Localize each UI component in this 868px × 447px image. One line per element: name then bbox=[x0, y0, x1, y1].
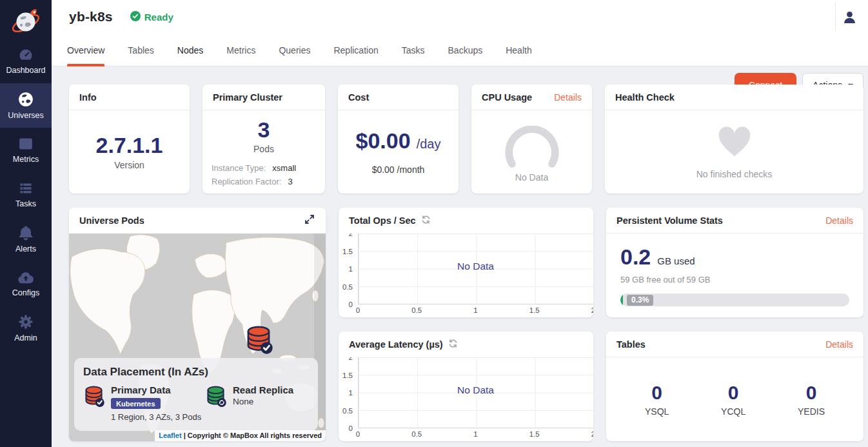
total-ops-x-axis: 0 0.5 1 1.5 2 bbox=[358, 306, 593, 316]
user-icon bbox=[842, 17, 858, 27]
replication-factor-label: Replication Factor: bbox=[212, 177, 281, 186]
primary-region-marker[interactable] bbox=[244, 324, 273, 357]
ycql-count: 0 bbox=[721, 382, 745, 404]
yugabyte-logo bbox=[0, 0, 52, 39]
main-area: yb-k8s Ready bbox=[52, 0, 868, 447]
card-title: Universe Pods bbox=[79, 215, 144, 226]
primary-cluster-card: Primary Cluster 3 Pods Instance Type: xs… bbox=[202, 84, 325, 194]
provider-badge: Kubernetes bbox=[111, 398, 161, 409]
y-tick: 1.5 bbox=[342, 248, 353, 255]
status-label: Ready bbox=[144, 12, 173, 23]
summary-cards-row: Info 2.7.1.1 Version Primary Cluster 3 P… bbox=[69, 84, 863, 194]
cpu-usage-card: CPU Usage Details No Data bbox=[471, 84, 592, 194]
user-profile-button[interactable] bbox=[840, 8, 859, 28]
sidebar-nav: Dashboard Universes bbox=[0, 39, 52, 350]
card-title: Primary Cluster bbox=[213, 92, 282, 103]
metrics-chart-icon bbox=[17, 136, 34, 152]
placement-summary: 1 Region, 3 AZs, 3 Pods bbox=[111, 412, 201, 422]
sidebar-item-dashboard[interactable]: Dashboard bbox=[0, 39, 52, 83]
x-tick: 1.5 bbox=[529, 430, 540, 438]
universe-tabs: Overview Tables Nodes Metrics Queries Re… bbox=[52, 34, 868, 66]
tables-card: Tables Details 0 YSQL 0 YCQL bbox=[606, 332, 863, 441]
tables-details-link[interactable]: Details bbox=[825, 339, 853, 350]
ycql-stat: 0 YCQL bbox=[721, 382, 745, 417]
card-title: Info bbox=[79, 92, 97, 103]
y-tick: 1 bbox=[349, 389, 353, 397]
x-tick: 2 bbox=[591, 430, 593, 438]
refresh-icon[interactable] bbox=[448, 339, 458, 350]
tab-nodes[interactable]: Nodes bbox=[177, 34, 203, 66]
pods-label: Pods bbox=[253, 144, 274, 154]
tasks-list-icon bbox=[17, 181, 34, 196]
instance-type-label: Instance Type: bbox=[212, 163, 266, 173]
sidebar-item-universes[interactable]: Universes bbox=[0, 83, 52, 128]
health-check-card: Health Check No finished checks bbox=[605, 84, 863, 194]
version-label: Version bbox=[114, 160, 144, 170]
gb-used-unit: GB used bbox=[657, 255, 695, 266]
cluster-details: Instance Type: xsmall Replication Factor… bbox=[202, 154, 325, 186]
tab-backups[interactable]: Backups bbox=[448, 34, 483, 66]
avg-latency-chart-card: Average Latency (µs) bbox=[339, 332, 593, 441]
overview-content: Info 2.7.1.1 Version Primary Cluster 3 P… bbox=[52, 66, 868, 447]
tab-tasks[interactable]: Tasks bbox=[402, 34, 425, 66]
card-title: Health Check bbox=[615, 92, 675, 103]
yedis-stat: 0 YEDIS bbox=[798, 382, 825, 417]
tab-tables[interactable]: Tables bbox=[128, 34, 153, 66]
cpu-gauge bbox=[496, 126, 568, 172]
sidebar-item-admin[interactable]: Admin bbox=[0, 306, 52, 350]
page-title: yb-k8s bbox=[69, 9, 113, 25]
read-replica-label: Read Replica bbox=[233, 384, 293, 395]
x-tick: 1 bbox=[473, 430, 477, 438]
ysql-count: 0 bbox=[645, 382, 669, 404]
cpu-details-link[interactable]: Details bbox=[554, 92, 582, 103]
cloud-upload-icon bbox=[17, 270, 35, 285]
sidebar-item-label: Admin bbox=[14, 333, 37, 343]
health-empty-text: No finished checks bbox=[696, 169, 773, 179]
tab-metrics[interactable]: Metrics bbox=[226, 34, 255, 66]
sidebar: Dashboard Universes bbox=[0, 0, 52, 447]
tab-overview[interactable]: Overview bbox=[67, 34, 104, 66]
x-tick: 2 bbox=[591, 306, 593, 314]
tab-replication[interactable]: Replication bbox=[333, 34, 378, 66]
storage-tables-column: Persistent Volume Stats Details 0.2 GB u… bbox=[606, 208, 863, 441]
sidebar-item-metrics[interactable]: Metrics bbox=[0, 128, 52, 172]
persistent-volume-card: Persistent Volume Stats Details 0.2 GB u… bbox=[606, 208, 863, 317]
total-ops-y-axis: 2 1.5 1 0.5 0 bbox=[339, 233, 355, 304]
heart-icon bbox=[716, 125, 753, 160]
charts-column: Total Ops / Sec bbox=[339, 208, 593, 441]
y-tick: 0.5 bbox=[342, 407, 353, 415]
replica-database-icon bbox=[205, 384, 226, 422]
y-tick: 0 bbox=[349, 424, 353, 432]
yedis-count: 0 bbox=[798, 382, 825, 404]
tab-queries[interactable]: Queries bbox=[279, 34, 310, 66]
title-row: yb-k8s Ready bbox=[52, 0, 868, 34]
y-tick: 1.5 bbox=[342, 372, 353, 379]
gb-used-value: 0.2 bbox=[620, 245, 651, 269]
volume-details-link[interactable]: Details bbox=[825, 215, 853, 226]
ycql-label: YCQL bbox=[721, 406, 745, 417]
world-map[interactable]: Data Placement (In AZs) bbox=[69, 233, 326, 441]
x-tick: 0 bbox=[356, 306, 360, 314]
sidebar-item-label: Configs bbox=[12, 288, 39, 297]
primary-data-label: Primary Data bbox=[111, 384, 201, 395]
sidebar-item-alerts[interactable]: Alerts bbox=[0, 217, 52, 261]
sidebar-item-label: Dashboard bbox=[6, 66, 45, 75]
leaflet-link[interactable]: Leaflet bbox=[159, 432, 181, 439]
instance-type-value: xsmall bbox=[272, 163, 296, 173]
card-title: CPU Usage bbox=[482, 92, 532, 103]
read-replica-item: Read Replica None bbox=[205, 384, 293, 422]
divider bbox=[835, 3, 836, 31]
detail-cards-row: Universe Pods bbox=[69, 208, 863, 441]
check-circle-icon bbox=[130, 11, 141, 23]
sidebar-item-label: Metrics bbox=[13, 155, 39, 164]
total-ops-chart-card: Total Ops / Sec bbox=[339, 208, 593, 317]
volume-usage-bar: 0.3% bbox=[620, 293, 849, 306]
refresh-icon[interactable] bbox=[421, 215, 431, 226]
volume-usage-fill bbox=[620, 293, 623, 306]
universe-pods-card: Universe Pods bbox=[69, 208, 326, 441]
sidebar-item-configs[interactable]: Configs bbox=[0, 261, 52, 306]
card-title: Cost bbox=[348, 92, 369, 103]
expand-icon[interactable] bbox=[304, 214, 315, 228]
sidebar-item-tasks[interactable]: Tasks bbox=[0, 172, 52, 217]
tab-health[interactable]: Health bbox=[506, 34, 531, 66]
